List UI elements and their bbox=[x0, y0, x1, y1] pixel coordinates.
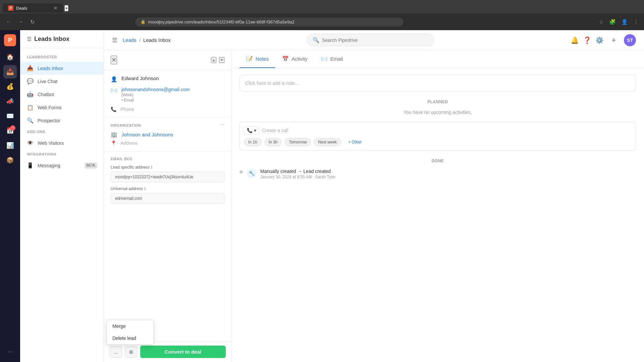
tab-close-button[interactable]: ✕ bbox=[54, 5, 58, 11]
active-tab[interactable]: P Deals ✕ bbox=[3, 3, 63, 13]
address-row: 📍 Address bbox=[111, 140, 224, 146]
person-icon: 👤 bbox=[111, 76, 117, 82]
user-avatar[interactable]: ST bbox=[624, 34, 636, 46]
activities-badge: 7 bbox=[10, 125, 15, 131]
nav-icon-deals[interactable]: 💰 bbox=[3, 80, 17, 93]
add-note-field[interactable]: Click here to add a note... bbox=[239, 75, 636, 92]
chatbot-icon: 🤖 bbox=[27, 91, 34, 98]
done-section: DONE 🔧 Manually created → Lead created J… bbox=[239, 159, 636, 179]
lead-specific-label: Lead specific address ℹ bbox=[111, 165, 224, 170]
tab-notes[interactable]: 📝 Notes bbox=[239, 50, 275, 68]
archive-button[interactable]: ⊞ bbox=[125, 346, 138, 358]
email-icon: ✉️ bbox=[111, 87, 117, 94]
lead-specific-input: moodjoy+10223372+leadb7Uvj34sxn4u4Ue bbox=[111, 172, 224, 182]
profile-button[interactable]: 👤 bbox=[620, 17, 629, 26]
sidebar-item-chatbot[interactable]: 🤖 Chatbot bbox=[20, 88, 104, 101]
dropdown-delete-item[interactable]: Delete lead bbox=[107, 332, 153, 344]
bookmark-star-button[interactable]: ☆ bbox=[598, 17, 605, 26]
forward-button[interactable]: → bbox=[16, 17, 25, 27]
messaging-beta-badge: BETA bbox=[85, 163, 97, 169]
app-logo: P bbox=[4, 34, 16, 46]
notifications-icon[interactable]: 🔔 bbox=[571, 36, 579, 44]
more-options-button[interactable]: ... bbox=[109, 346, 122, 358]
activity-tab-label: Activity bbox=[291, 56, 308, 62]
main-sidebar: ☰ Leads Inbox LEADBOOSTER 📥 Leads Inbox … bbox=[20, 30, 104, 362]
activity-tab-icon: 📅 bbox=[282, 56, 289, 62]
dropdown-merge-item[interactable]: Merge bbox=[107, 320, 153, 332]
activity-dot bbox=[239, 170, 243, 174]
help-icon[interactable]: ❓ bbox=[583, 36, 591, 44]
sidebar-header: ☰ Leads Inbox bbox=[20, 30, 104, 48]
nav-icon-mail[interactable]: ✉️ bbox=[3, 109, 17, 123]
create-call-area: 📞 ▾ In 1h In 3h Tomorrow Next week + bbox=[239, 122, 636, 150]
messaging-icon: 📱 bbox=[27, 162, 34, 169]
tab-activity[interactable]: 📅 Activity bbox=[275, 50, 314, 68]
time-chip-3h[interactable]: In 3h bbox=[264, 138, 282, 146]
settings-icon[interactable]: ⚙️ bbox=[595, 36, 604, 44]
create-call-input[interactable] bbox=[262, 128, 632, 133]
lead-detail-scroll: 👤 Edward Johnson ✉️ johnsonandohnsons@gm… bbox=[104, 70, 231, 341]
collapse-down-button[interactable]: ▼ bbox=[219, 57, 224, 63]
top-bar-right: 🔔 ❓ ⚙️ + ST bbox=[571, 34, 636, 46]
email-type: (Work) bbox=[121, 93, 190, 97]
sidebar-item-web-forms[interactable]: 📋 Web Forms bbox=[20, 101, 104, 114]
email-tab-icon: ✉️ bbox=[321, 56, 328, 62]
organization-section: ORGANIZATION ⋯ 🏢 Johnson and Johnsons 📍 … bbox=[104, 118, 231, 152]
breadcrumb-leads-link[interactable]: Leads bbox=[123, 37, 137, 43]
time-chip-other[interactable]: + Other bbox=[344, 138, 366, 146]
sidebar-item-leads-inbox[interactable]: 📥 Leads Inbox bbox=[20, 62, 104, 75]
activity-type-icon: 🔧 bbox=[249, 171, 255, 176]
time-chip-tomorrow[interactable]: Tomorrow bbox=[284, 138, 311, 146]
email-link[interactable]: johnsonandohnsons@gmail.com bbox=[121, 87, 190, 92]
email-bcc-label: EMAIL BCC bbox=[111, 157, 224, 161]
lead-specific-info-icon[interactable]: ℹ bbox=[151, 165, 153, 170]
search-input[interactable] bbox=[322, 38, 429, 43]
right-panel-tabs: 📝 Notes 📅 Activity ✉️ Email bbox=[231, 50, 644, 68]
notes-tab-icon: 📝 bbox=[246, 56, 253, 62]
sidebar-header-icon: ☰ bbox=[27, 36, 32, 42]
convert-to-deal-button[interactable]: Convert to deal bbox=[140, 346, 226, 358]
done-label: DONE bbox=[239, 159, 636, 163]
nav-icon-products[interactable]: 📦 bbox=[3, 154, 17, 167]
sidebar-item-messaging[interactable]: 📱 Messaging BETA bbox=[20, 159, 104, 172]
nav-icon-more[interactable]: ··· bbox=[7, 348, 13, 355]
sidebar-item-live-chat[interactable]: 💬 Live Chat bbox=[20, 75, 104, 88]
sidebar-item-web-visitors[interactable]: 👁️ Web Visitors bbox=[20, 136, 104, 149]
sidebar-item-prospector[interactable]: 🔍 Prospector bbox=[20, 114, 104, 127]
extensions-button[interactable]: 🧩 bbox=[608, 17, 617, 26]
nav-icon-campaigns[interactable]: 📣 bbox=[3, 95, 17, 108]
time-chip-1h[interactable]: In 1h bbox=[244, 138, 262, 146]
new-tab-button[interactable]: + bbox=[64, 5, 68, 11]
sidebar-item-messaging-label: Messaging bbox=[38, 163, 60, 168]
universal-info-icon[interactable]: ℹ bbox=[144, 186, 146, 191]
email-sub: • Email bbox=[121, 98, 190, 103]
back-button[interactable]: ← bbox=[4, 17, 13, 27]
org-name[interactable]: Johnson and Johnsons bbox=[121, 132, 173, 137]
integrations-section-label: INTEGRATIONS bbox=[20, 149, 104, 159]
address-bar[interactable]: 🔒 moodjoy.pipedrive.com/leads/inbox/51f2… bbox=[135, 17, 404, 26]
org-icon: 🏢 bbox=[111, 131, 117, 138]
call-type-selector[interactable]: 📞 ▾ bbox=[244, 126, 259, 135]
nav-icon-reports[interactable]: 📊 bbox=[3, 139, 17, 152]
menu-toggle-button[interactable]: ☰ bbox=[112, 37, 117, 44]
email-bcc-section: EMAIL BCC Lead specific address ℹ moodjo… bbox=[104, 152, 231, 209]
nav-icon-activities[interactable]: 📅 7 bbox=[3, 124, 17, 137]
universal-address-label: Universal address ℹ bbox=[111, 186, 224, 191]
activity-content: Manually created → Lead created January … bbox=[260, 169, 636, 179]
top-search-container: 🔍 bbox=[307, 34, 434, 46]
activity-log-item: 🔧 Manually created → Lead created Januar… bbox=[239, 169, 636, 179]
nav-icon-home[interactable]: 🏠 bbox=[3, 50, 17, 64]
collapse-up-button[interactable]: ▲ bbox=[211, 57, 216, 63]
lock-icon: 🔒 bbox=[141, 19, 146, 24]
org-more-icon[interactable]: ⋯ bbox=[221, 123, 225, 127]
detail-header: ✕ ▲ ▼ bbox=[104, 50, 231, 70]
refresh-button[interactable]: ↻ bbox=[28, 17, 37, 27]
settings-button[interactable]: ⋮ bbox=[632, 17, 640, 26]
detail-close-button[interactable]: ✕ bbox=[111, 56, 117, 64]
time-chip-next-week[interactable]: Next week bbox=[314, 138, 341, 146]
tab-email[interactable]: ✉️ Email bbox=[314, 50, 350, 68]
nav-icon-leads[interactable]: 📥 bbox=[3, 65, 17, 78]
add-button[interactable]: + bbox=[608, 34, 620, 46]
lead-detail-panel: ✕ ▲ ▼ 👤 Edward Johnson bbox=[104, 50, 231, 362]
org-row: 🏢 Johnson and Johnsons bbox=[111, 131, 224, 138]
